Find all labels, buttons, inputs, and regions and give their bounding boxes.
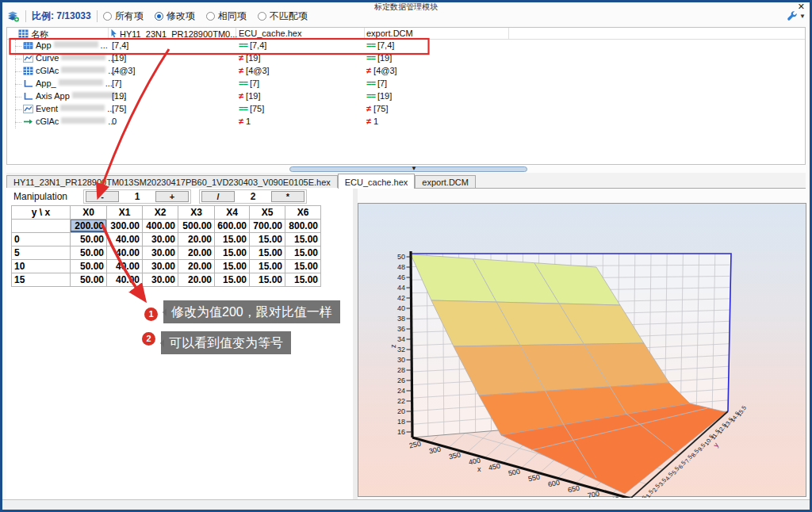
settings-button[interactable]: ▼: [787, 10, 806, 21]
value-cell[interactable]: 15.00: [285, 273, 321, 287]
table-corner-header: y \ x: [12, 206, 71, 220]
filter-radio-2[interactable]: 相同项: [206, 10, 247, 23]
subtract-button[interactable]: -: [86, 191, 119, 202]
column-separator[interactable]: [108, 28, 109, 39]
tree-row[interactable]: cGlAc...[4@3]≠ [4@3]≠ [4@3]: [7, 65, 805, 78]
value-cell[interactable]: 15.00: [215, 233, 250, 246]
file-tabstrip: HY11_23N1_PR128900TM013SM20230417PB60_1V…: [6, 173, 806, 189]
status-bar: [2, 499, 810, 510]
value-cell[interactable]: 30.00: [143, 233, 178, 246]
value-cell[interactable]: 15.00: [285, 246, 321, 260]
value-cell[interactable]: 20.00: [178, 246, 215, 260]
tree-item-ecu-value: == [7,4]: [239, 40, 266, 50]
filter-radio-3[interactable]: 不匹配项: [258, 10, 308, 23]
y-label-cell[interactable]: 10: [12, 260, 71, 273]
col-header-X4[interactable]: X4: [215, 206, 250, 220]
tree-column-header-3[interactable]: export.DCM: [366, 29, 413, 38]
y-label-cell[interactable]: 15: [12, 273, 71, 287]
y-label-cell[interactable]: 0: [12, 233, 71, 246]
tree-row[interactable]: App...[7,4]== [7,4]== [7,4]: [7, 40, 805, 52]
svg-text:16: 16: [397, 428, 405, 436]
tree-branch: [15, 116, 21, 123]
value-cell[interactable]: 40.00: [107, 273, 143, 287]
value-cell[interactable]: 30.00: [143, 273, 178, 287]
tree-branch: [15, 78, 21, 85]
tree-item-base-value: [7,4]: [112, 40, 128, 50]
value-cell[interactable]: 40.00: [107, 233, 143, 246]
col-header-X5[interactable]: X5: [250, 206, 285, 220]
value-cell[interactable]: 50.00: [71, 273, 107, 287]
value-cell[interactable]: 15.00: [285, 233, 321, 246]
value-cell[interactable]: 50.00: [71, 246, 107, 260]
filter-radio-0[interactable]: 所有项: [103, 10, 144, 23]
multiply-divide-value[interactable]: 2: [235, 191, 271, 202]
x-value-cell[interactable]: 500.00: [178, 220, 215, 233]
tab-export-dcm[interactable]: export.DCM: [415, 175, 476, 188]
column-separator[interactable]: [508, 28, 509, 39]
tree-branch: [15, 65, 21, 72]
value-cell[interactable]: 15.00: [250, 233, 285, 246]
tree-row[interactable]: App_...[7]== [7]== [7]: [7, 78, 805, 90]
divide-button[interactable]: /: [201, 191, 235, 202]
col-header-X2[interactable]: X2: [143, 206, 178, 220]
tab-hex-file[interactable]: HY11_23N1_PR128900TM013SM20230417PB60_1V…: [6, 175, 338, 188]
tab-label: HY11_23N1_PR128900TM013SM20230417PB60_1V…: [13, 178, 331, 187]
x-value-cell[interactable]: 300.00: [107, 220, 143, 233]
x-value-cell[interactable]: 600.00: [215, 220, 250, 233]
value-cell[interactable]: 15.00: [250, 260, 285, 273]
col-header-X0[interactable]: X0: [71, 206, 107, 220]
x-value-cell[interactable]: 700.00: [250, 220, 285, 233]
tree-row[interactable]: cGlAc...0≠ 1≠ 1: [7, 116, 805, 128]
value-cell[interactable]: 15.00: [250, 273, 285, 287]
tree-row[interactable]: Event...[75]== [75]≠ [75]: [7, 103, 805, 116]
tree-row[interactable]: Curve...[19]≠ [19]== [19]: [7, 52, 805, 65]
tree-row[interactable]: Axis App...[19]≠ [19]== [19]: [7, 90, 805, 103]
value-cell[interactable]: 30.00: [143, 260, 178, 273]
redacted-text: [59, 79, 103, 86]
layers-add-icon[interactable]: [6, 10, 20, 22]
value-cell[interactable]: 15.00: [215, 246, 250, 260]
redacted-text: [54, 41, 98, 48]
column-separator[interactable]: [364, 28, 365, 39]
axis-icon: [23, 92, 33, 102]
value-cell[interactable]: 20.00: [178, 260, 215, 273]
x-value-cell-selected[interactable]: 200.00: [71, 220, 107, 233]
svg-text:y: y: [711, 441, 720, 449]
curve-icon: [23, 54, 33, 64]
value-cell[interactable]: 40.00: [107, 260, 143, 273]
value-cell[interactable]: 40.00: [107, 246, 143, 260]
value-cell[interactable]: 20.00: [178, 273, 215, 287]
value-cell[interactable]: 30.00: [143, 246, 178, 260]
add-button[interactable]: +: [155, 191, 189, 202]
x-value-cell[interactable]: 800.00: [285, 220, 321, 233]
tree-item-base-value: [19]: [112, 91, 126, 101]
value-cell[interactable]: 15.00: [285, 260, 321, 273]
col-header-X6[interactable]: X6: [285, 206, 321, 220]
svg-text:500: 500: [508, 468, 521, 478]
tree-column-header-0[interactable]: 名称: [18, 29, 48, 40]
svg-text:550: 550: [527, 473, 541, 483]
y-label-cell[interactable]: 5: [12, 246, 71, 260]
col-header-X1[interactable]: X1: [107, 206, 143, 220]
tree-item-ecu-value: ≠ [19]: [239, 91, 260, 101]
tree-column-header-2[interactable]: ECU_cache.hex: [239, 29, 302, 38]
value-cell[interactable]: 15.00: [215, 273, 250, 287]
tree-column-header-1[interactable]: HY11_23N1_PR128900TM0...: [110, 29, 237, 40]
scrollbar-thumb[interactable]: [289, 166, 527, 172]
value-cell[interactable]: 15.00: [250, 246, 285, 260]
value-cell[interactable]: 50.00: [71, 233, 107, 246]
tree-branch: [15, 40, 21, 47]
multiply-button[interactable]: *: [271, 191, 304, 202]
col-header-X3[interactable]: X3: [178, 206, 215, 220]
tab-ecu-cache[interactable]: ECU_cache.hex: [338, 174, 416, 189]
x-value-cell[interactable]: 400.00: [143, 220, 178, 233]
value-cell[interactable]: 20.00: [178, 233, 215, 246]
tree-item-ecu-value: ≠ [19]: [239, 53, 260, 63]
filter-radio-1[interactable]: 修改项: [155, 10, 195, 23]
surface-plot[interactable]: 504846444240383634323028262422201816z250…: [358, 203, 806, 497]
add-subtract-value[interactable]: 1: [119, 191, 155, 202]
redacted-text: [61, 67, 105, 73]
value-cell[interactable]: 15.00: [215, 260, 250, 273]
value-cell[interactable]: 50.00: [71, 260, 107, 273]
tree-item-dcm-value: ≠ [75]: [366, 104, 388, 113]
